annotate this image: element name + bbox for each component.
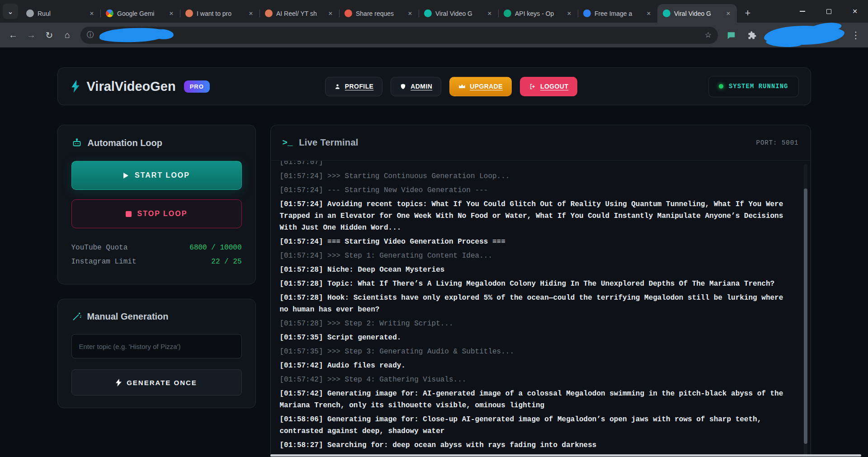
terminal-line: [01:58:06] Generating image for: Close-u…: [280, 414, 792, 437]
reload-button[interactable]: ↻: [41, 27, 58, 44]
tab-favicon: [583, 9, 591, 17]
quota-stat-row: YouTube Quota 6800 / 10000: [71, 244, 242, 252]
tab-favicon: [344, 9, 352, 17]
start-loop-button[interactable]: START LOOP: [71, 161, 242, 190]
forward-button[interactable]: →: [23, 27, 40, 44]
tab-title: Viral Video G: [435, 10, 482, 17]
terminal-line: [01:57:35] Script generated.: [280, 332, 792, 344]
terminal-line: [01:57:24] >>> Step 1: Generating Conten…: [280, 250, 792, 262]
tab-close-icon[interactable]: ✕: [486, 9, 494, 18]
stop-loop-label: STOP LOOP: [137, 210, 188, 218]
chat-extension-button[interactable]: [722, 27, 740, 44]
tab-favicon: [504, 9, 511, 17]
browser-tab[interactable]: Viral Video G ✕: [657, 4, 737, 23]
terminal-header: >_ Live Terminal PORT: 5001: [271, 125, 811, 160]
generate-once-label: GENERATE ONCE: [127, 379, 197, 386]
browser-tab[interactable]: Viral Video G ✕: [419, 4, 498, 23]
minimize-button[interactable]: [789, 0, 816, 23]
person-icon: [334, 83, 341, 90]
browser-toolbar: ← → ↻ ⌂ ⓘ ☆ ⋮: [0, 23, 868, 47]
browser-tab[interactable]: AI Reel/ YT sh ✕: [259, 4, 339, 23]
manual-title-text: Manual Generation: [87, 311, 169, 322]
profile-button[interactable]: PROFILE: [325, 77, 382, 96]
tab-close-icon[interactable]: ✕: [406, 9, 414, 18]
shield-icon: [400, 83, 406, 90]
logout-icon: [529, 83, 536, 90]
terminal-output: [01:57:07][01:57:24] >>> Starting Contin…: [271, 161, 795, 457]
terminal-line: [01:57:24] >>> Starting Continuous Gener…: [280, 170, 792, 182]
quota-stat-row: Instagram Limit 22 / 25: [71, 258, 242, 266]
toolbar-right: ⋮: [722, 26, 863, 45]
robot-icon: [71, 137, 82, 148]
tab-title: Google Gemi: [117, 10, 164, 17]
automation-title-text: Automation Loop: [88, 138, 163, 148]
redaction-scribble-profile: [764, 25, 845, 45]
stop-loop-button[interactable]: STOP LOOP: [71, 199, 242, 228]
terminal-line: [01:57:28] Niche: Deep Ocean Mysteries: [280, 264, 792, 276]
terminal-line: [01:57:24] ≡≡≡ Starting Video Generation…: [280, 236, 792, 248]
terminal-line: [01:57:28] Hook: Scientists have only ex…: [280, 292, 792, 316]
page-viewport: ViralVideoGen PRO PROFILE ADMIN: [0, 47, 868, 457]
tab-close-icon[interactable]: ✕: [88, 9, 96, 18]
automation-loop-panel: Automation Loop START LOOP STOP LOOP You…: [57, 125, 256, 284]
tab-close-icon[interactable]: ✕: [247, 9, 255, 18]
site-info-icon[interactable]: ⓘ: [87, 30, 94, 40]
quota-value: 22 / 25: [211, 258, 241, 266]
tab-favicon: [185, 9, 193, 17]
manual-panel-title: Manual Generation: [71, 311, 242, 322]
tab-close-icon[interactable]: ✕: [167, 9, 175, 18]
close-window-button[interactable]: ✕: [842, 0, 868, 23]
terminal-line: [01:57:24] --- Starting New Video Genera…: [280, 184, 792, 196]
tab-close-icon[interactable]: ✕: [565, 9, 573, 18]
logout-button[interactable]: LOGOUT: [520, 77, 577, 96]
extensions-button[interactable]: [743, 27, 760, 44]
pro-badge: PRO: [184, 80, 210, 93]
browser-tab[interactable]: Google Gemi ✕: [100, 4, 180, 23]
lightning-logo-icon: [70, 79, 81, 94]
back-button[interactable]: ←: [5, 27, 22, 44]
header-nav: PROFILE ADMIN UPGRADE: [325, 77, 577, 96]
address-bar[interactable]: ⓘ ☆: [80, 27, 718, 44]
tab-close-icon[interactable]: ✕: [645, 9, 653, 18]
tab-close-icon[interactable]: ✕: [724, 9, 732, 18]
terminal-line: [01:57:24] Avoiding recent topics: What …: [280, 198, 792, 234]
sidebar: Automation Loop START LOOP STOP LOOP You…: [57, 125, 256, 457]
tab-search-button[interactable]: ⌄: [3, 4, 18, 19]
maximize-icon: [826, 9, 831, 14]
browser-tab[interactable]: Share reques ✕: [339, 4, 419, 23]
window-controls: ✕: [789, 0, 868, 23]
bookmark-star-icon[interactable]: ☆: [705, 30, 712, 40]
minimize-icon: [800, 11, 805, 12]
upgrade-button[interactable]: UPGRADE: [449, 77, 512, 96]
browser-tab[interactable]: Free Image a ✕: [578, 4, 657, 23]
terminal-title: Live Terminal: [299, 137, 358, 148]
terminal-line: [01:57:28] >>> Step 2: Writing Script...: [280, 318, 792, 330]
bolt-icon: [116, 379, 122, 386]
tab-favicon: [26, 9, 34, 17]
automation-panel-title: Automation Loop: [71, 137, 242, 148]
profile-label: PROFILE: [345, 83, 373, 90]
quota-value: 6800 / 10000: [189, 244, 241, 252]
browser-menu-button[interactable]: ⋮: [848, 27, 863, 44]
topic-input[interactable]: [71, 334, 242, 358]
browser-tab[interactable]: API keys - Op ✕: [498, 4, 578, 23]
upgrade-label: UPGRADE: [470, 83, 503, 90]
tab-favicon: [106, 9, 113, 17]
new-tab-button[interactable]: +: [741, 6, 755, 20]
generate-once-button[interactable]: GENERATE ONCE: [71, 369, 242, 396]
home-button[interactable]: ⌂: [59, 27, 76, 44]
app-header: ViralVideoGen PRO PROFILE ADMIN: [57, 67, 811, 105]
horizontal-scrollbar-thumb[interactable]: [270, 454, 861, 457]
quota-stats: YouTube Quota 6800 / 10000 Instagram Lim…: [71, 244, 242, 266]
maximize-button[interactable]: [816, 0, 842, 23]
terminal-scrollbar-thumb[interactable]: [804, 188, 807, 444]
terminal-prompt-icon: >_: [283, 138, 293, 148]
terminal-line: [01:57:35] >>> Step 3: Generating Audio …: [280, 346, 792, 358]
terminal-line: [01:57:42] Audio files ready.: [280, 360, 792, 372]
redaction-scribble-url: [99, 27, 168, 43]
browser-tab[interactable]: Ruul ✕: [21, 4, 100, 23]
browser-tab[interactable]: I want to pro ✕: [180, 4, 259, 23]
admin-button[interactable]: ADMIN: [391, 77, 441, 96]
tab-close-icon[interactable]: ✕: [326, 9, 335, 18]
tab-strip: ⌄ Ruul ✕ Google Gemi ✕ I want to pro ✕ A…: [0, 0, 868, 23]
